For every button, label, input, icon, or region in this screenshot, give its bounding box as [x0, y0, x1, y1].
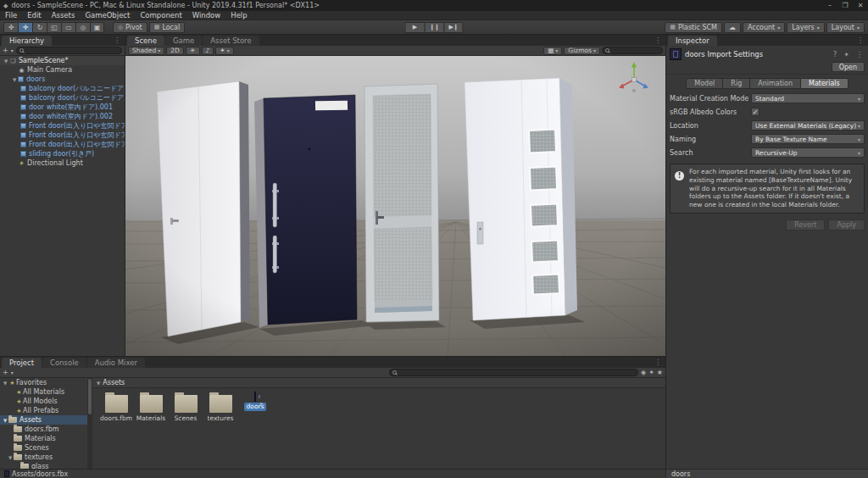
step-button[interactable]: ▶❙: [444, 22, 464, 33]
scale-tool-button[interactable]: ◱: [47, 22, 61, 33]
create-asset-button[interactable]: +: [3, 369, 8, 377]
hierarchy-item-doors[interactable]: ▼ doors: [0, 75, 125, 84]
tree-all-materials[interactable]: ★ All Materials: [0, 387, 87, 397]
tree-scenes[interactable]: Scenes: [0, 443, 87, 453]
foldout-icon[interactable]: ▼: [7, 455, 14, 460]
favorites-filter-icon[interactable]: ★: [657, 369, 663, 377]
hierarchy-item-door-white-001[interactable]: door white(室内ドア).001: [0, 103, 125, 112]
panel-menu-icon[interactable]: ⋮: [650, 357, 665, 368]
tab-hierarchy[interactable]: Hierarchy: [2, 36, 52, 46]
pause-button[interactable]: ❙❙: [425, 22, 444, 33]
tree-glass[interactable]: glass: [0, 462, 87, 469]
close-button[interactable]: ✕: [853, 0, 868, 11]
door-balcony-model[interactable]: [465, 78, 577, 320]
tab-audio-mixer[interactable]: Audio Mixer: [87, 358, 145, 368]
tab-project[interactable]: Project: [2, 358, 42, 368]
srgb-albedo-checkbox[interactable]: ✓: [751, 108, 760, 116]
minimize-button[interactable]: –: [822, 0, 837, 11]
hierarchy-item-front-door[interactable]: Front door(出入り口や玄関ドア): [0, 121, 125, 131]
preset-icon[interactable]: ✦: [842, 51, 851, 58]
menu-edit[interactable]: Edit: [22, 11, 46, 20]
play-button[interactable]: ▶: [405, 22, 425, 33]
tab-materials[interactable]: Materials: [800, 78, 849, 89]
project-search-input[interactable]: [389, 369, 638, 376]
tab-rig[interactable]: Rig: [722, 78, 749, 89]
naming-dropdown[interactable]: By Base Texture Name ▾: [751, 134, 865, 144]
hierarchy-item-directional-light[interactable]: ☀ Directional Light: [0, 158, 125, 168]
move-tool-button[interactable]: ✛: [18, 22, 32, 33]
hierarchy-item-balcony-002[interactable]: balcony door(バルコニードア).002: [0, 84, 125, 93]
expand-subassets-icon[interactable]: ▸: [260, 400, 263, 406]
hand-tool-button[interactable]: ✜: [3, 22, 18, 33]
plastic-scm-button[interactable]: ▦ Plastic SCM: [665, 22, 722, 33]
foldout-icon[interactable]: ▼: [97, 381, 100, 386]
material-creation-mode-dropdown[interactable]: Standard ▾: [751, 93, 865, 103]
scene-header-row[interactable]: ▼ ❏ SampleScene*: [0, 56, 125, 65]
tab-inspector[interactable]: Inspector: [668, 36, 717, 46]
door-glass-model[interactable]: [364, 84, 439, 322]
tree-textures[interactable]: ▼ textures: [0, 453, 87, 462]
rotate-tool-button[interactable]: ↻: [32, 22, 47, 33]
help-icon[interactable]: ?: [832, 51, 838, 58]
tab-console[interactable]: Console: [42, 358, 86, 368]
rect-tool-button[interactable]: ▭: [61, 22, 75, 33]
foldout-icon[interactable]: ▼: [2, 381, 8, 386]
open-button[interactable]: Open: [832, 62, 865, 72]
search-by-type-icon[interactable]: ◈: [641, 369, 646, 377]
create-menu-button[interactable]: +: [3, 47, 8, 55]
shading-mode-dropdown[interactable]: Shaded ▾: [128, 47, 164, 55]
account-dropdown[interactable]: Account ▾: [743, 22, 785, 33]
tree-materials[interactable]: Materials: [0, 434, 87, 443]
hidden-objects-dropdown[interactable]: ▦ ▾: [543, 47, 562, 55]
grid-item-materials[interactable]: Materials: [134, 392, 168, 423]
menu-help[interactable]: Help: [225, 11, 252, 20]
tab-model[interactable]: Model: [686, 78, 722, 89]
hierarchy-item-sliding-door[interactable]: sliding door(引き戸): [0, 149, 125, 158]
search-by-label-icon[interactable]: ✦: [648, 369, 654, 377]
panel-menu-icon[interactable]: ⋮: [650, 35, 665, 46]
menu-gameobject[interactable]: GameObject: [80, 11, 135, 20]
grid-item-textures[interactable]: textures: [203, 392, 237, 423]
hierarchy-item-balcony-003[interactable]: balcony door(バルコニードア).003: [0, 93, 125, 103]
hierarchy-item-door-white-002[interactable]: door white(室内ドア).002: [0, 112, 125, 121]
scene-search-input[interactable]: [602, 47, 663, 54]
menu-file[interactable]: File: [0, 11, 22, 20]
door-navy-model[interactable]: [254, 95, 357, 328]
hierarchy-search-input[interactable]: [16, 47, 122, 54]
scene-effects-dropdown[interactable]: ✦ ▾: [215, 47, 233, 55]
layout-dropdown[interactable]: Layout ▾: [826, 22, 865, 33]
2d-toggle-button[interactable]: 2D: [166, 47, 184, 55]
grid-item-doors-asset[interactable]: ▸ doors: [238, 392, 272, 423]
tree-doors-fbm[interactable]: doors.fbm: [0, 425, 87, 434]
scene-viewport[interactable]: [125, 56, 665, 356]
grid-item-scenes[interactable]: Scenes: [169, 392, 203, 423]
foldout-icon[interactable]: ▼: [2, 418, 8, 423]
local-toggle-button[interactable]: ▦ Local: [149, 22, 185, 33]
hierarchy-item-main-camera[interactable]: ◉ Main Camera: [0, 65, 125, 75]
hierarchy-item-front-door-002[interactable]: Front door(出入り口や玄関ドア).002: [0, 140, 125, 149]
panel-menu-icon[interactable]: ⋮: [109, 35, 125, 46]
transform-tool-button[interactable]: ◎: [75, 22, 90, 33]
custom-tool-button[interactable]: ▣: [90, 22, 104, 33]
door-white-model[interactable]: [157, 81, 250, 336]
tree-all-models[interactable]: ★ All Models: [0, 397, 87, 406]
cloud-button[interactable]: ☁: [724, 22, 741, 33]
scene-audio-toggle[interactable]: ♪: [202, 47, 214, 55]
search-dropdown[interactable]: Recursive-Up ▾: [751, 147, 865, 158]
grid-item-doors-fbm[interactable]: doors.fbm: [99, 392, 133, 423]
tab-game[interactable]: Game: [165, 36, 202, 46]
scene-lighting-toggle[interactable]: ☀: [186, 47, 200, 55]
apply-button[interactable]: Apply: [828, 220, 865, 231]
gizmos-dropdown[interactable]: Gizmos ▾: [564, 47, 600, 55]
pivot-toggle-button[interactable]: ◎ Pivot: [113, 22, 147, 33]
menu-component[interactable]: Component: [135, 11, 186, 20]
tab-scene[interactable]: Scene: [127, 36, 164, 46]
kebab-menu-icon[interactable]: ⋮: [854, 51, 865, 58]
inspector-assetbundle-bar[interactable]: doors: [665, 470, 868, 478]
panel-menu-icon[interactable]: ⋮: [853, 35, 868, 46]
layers-dropdown[interactable]: Layers ▾: [787, 22, 825, 33]
menu-assets[interactable]: Assets: [47, 11, 81, 20]
maximize-button[interactable]: ❐: [837, 0, 853, 11]
hierarchy-item-front-door-001[interactable]: Front door(出入り口や玄関ドア).001: [0, 131, 125, 140]
menu-window[interactable]: Window: [187, 11, 226, 20]
